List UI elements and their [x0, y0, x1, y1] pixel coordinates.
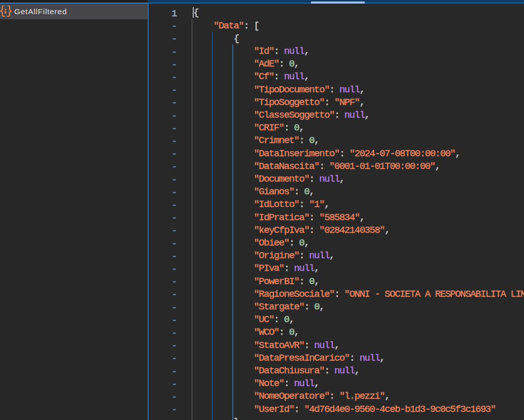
svg-text:}: } — [6, 6, 13, 18]
